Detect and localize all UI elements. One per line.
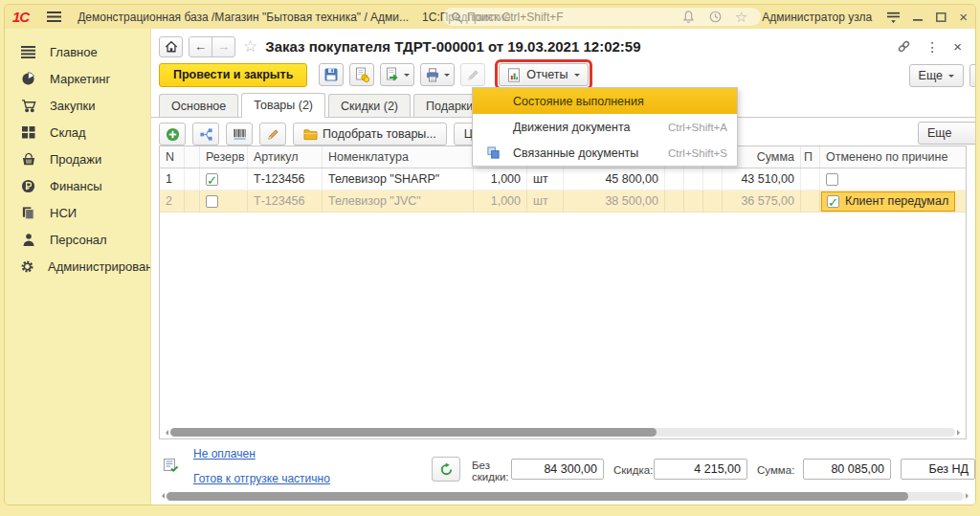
minimize-window-icon[interactable]: [913, 12, 924, 22]
table-empty-area[interactable]: [160, 213, 966, 426]
scroll-left-icon[interactable]: [159, 493, 165, 499]
sidebar-item-nsi[interactable]: НСИ: [5, 199, 150, 226]
printer-icon: [425, 68, 440, 82]
close-window-icon[interactable]: ×: [959, 9, 968, 25]
get-link-icon[interactable]: [897, 39, 911, 54]
form-horizontal-scrollbar[interactable]: [159, 490, 971, 502]
clipped-button-edge: [969, 64, 975, 87]
sidebar-item-purchases[interactable]: Закупки: [5, 92, 150, 119]
menu-item-linked-documents[interactable]: Связанные документы Ctrl+Shift+S: [473, 140, 737, 166]
cell-price: 45 800,00: [564, 168, 665, 190]
discount-field[interactable]: 4 215,00: [654, 459, 747, 480]
scroll-right-icon[interactable]: [966, 493, 971, 499]
table-horizontal-scrollbar[interactable]: [160, 426, 966, 438]
print-button[interactable]: [420, 63, 455, 86]
chevron-down-icon: [574, 74, 580, 79]
table-more-button[interactable]: Еще: [918, 122, 975, 145]
search-placeholder: Поиск Ctrl+Shift+F: [467, 11, 564, 24]
edit-button[interactable]: [460, 63, 485, 86]
shipment-status-link[interactable]: Готов к отгрузке частично: [193, 472, 330, 485]
cell-sum: 43 510,00: [723, 168, 801, 190]
scrollbar-thumb[interactable]: [170, 428, 657, 437]
reports-annotation-highlight: Отчеты: [495, 59, 591, 90]
sidebar-item-finance[interactable]: Финансы: [5, 172, 150, 199]
basket-icon: [20, 152, 36, 167]
ruble-icon: [20, 179, 36, 193]
col-header-p[interactable]: П: [801, 146, 820, 168]
add-row-button[interactable]: [159, 123, 186, 146]
tab-discounts[interactable]: Скидки (2): [328, 94, 411, 117]
sidebar-item-marketing[interactable]: Маркетинг: [5, 65, 150, 92]
scroll-right-icon[interactable]: [957, 430, 963, 436]
tab-main[interactable]: Основное: [159, 94, 238, 117]
col-header-reserve[interactable]: Резерв: [200, 146, 248, 168]
total-field[interactable]: 80 085,00: [803, 459, 891, 480]
linked-documents-icon: [486, 146, 501, 160]
reserve-checkbox[interactable]: [206, 173, 218, 186]
col-header-reason[interactable]: Отменено по причине: [820, 146, 966, 168]
sidebar-item-administration[interactable]: Администрирование: [5, 253, 150, 280]
more-actions-dots-icon[interactable]: ⋮: [925, 39, 939, 55]
vat-field[interactable]: Без НД: [901, 459, 975, 480]
cancelled-checkbox[interactable]: [826, 173, 838, 186]
document-title: Заказ покупателя ТДРТ-000001 от 19.03.20…: [265, 38, 640, 55]
sidebar-item-personnel[interactable]: Персонал: [5, 226, 150, 253]
main-menu-burger-icon[interactable]: [46, 11, 62, 23]
col-header-flag[interactable]: [185, 146, 200, 168]
post-and-close-button[interactable]: Провести и закрыть: [159, 63, 307, 87]
back-button[interactable]: ←: [189, 36, 212, 57]
pencil-icon: [266, 127, 280, 142]
col-header-article[interactable]: Артикул: [248, 146, 323, 168]
close-document-icon[interactable]: ×: [953, 38, 962, 55]
cancelled-checkbox[interactable]: [827, 195, 839, 208]
document-more-button[interactable]: Еще: [909, 64, 964, 87]
reports-button[interactable]: Отчеты: [499, 63, 588, 86]
chevron-down-icon: [948, 75, 954, 80]
barcode-icon: [233, 127, 247, 141]
create-based-on-icon: [385, 67, 400, 82]
settings-menu-icon[interactable]: [886, 11, 901, 24]
menu-lines-icon: [20, 46, 36, 58]
document-window: ← → ☆ Заказ покупателя ТДРТ-000001 от 19…: [150, 29, 975, 505]
no-discount-field[interactable]: 84 300,00: [511, 459, 604, 480]
recalculate-button[interactable]: [432, 457, 460, 482]
col-header-n[interactable]: N: [160, 146, 185, 168]
forward-button[interactable]: →: [212, 36, 235, 57]
add-icon: [166, 127, 180, 142]
home-button[interactable]: [159, 36, 183, 57]
scrollbar-thumb[interactable]: [167, 492, 908, 501]
structure-button[interactable]: [192, 123, 219, 146]
sidebar-item-warehouse[interactable]: Склад: [5, 119, 150, 146]
post-document-icon: [354, 67, 369, 82]
col-header-name[interactable]: Номенклатура: [323, 146, 474, 168]
reserve-checkbox[interactable]: [206, 195, 218, 208]
scroll-left-icon[interactable]: [163, 430, 168, 436]
pencil-icon: [466, 68, 480, 82]
app-title: Демонстрационная база /Магазин "Бытовая …: [78, 11, 409, 24]
favorite-star-icon[interactable]: ☆: [243, 36, 257, 56]
cell-name: Телевизор "JVC": [323, 191, 474, 212]
pick-goods-button[interactable]: Подобрать товары...: [293, 123, 447, 146]
sidebar-item-sales[interactable]: Продажи: [5, 146, 150, 172]
menu-item-execution-state[interactable]: Состояние выполнения: [473, 88, 737, 114]
top-bar: 1С Демонстрационная база /Магазин "Бытов…: [5, 5, 975, 29]
create-based-on-button[interactable]: [380, 63, 414, 86]
folder-icon: [303, 128, 318, 141]
edit-row-button[interactable]: [259, 123, 286, 146]
post-document-button[interactable]: [349, 63, 374, 86]
tab-goods[interactable]: Товары (2): [241, 93, 325, 118]
save-button[interactable]: [319, 63, 344, 86]
selected-cancel-reason-cell[interactable]: Клиент передумал: [821, 191, 955, 212]
table-row-2[interactable]: 2 Т-123456 Телевизор "JVC" 1,000 шт 38 5…: [160, 191, 966, 213]
current-user[interactable]: Администратор узла: [762, 11, 872, 24]
cell-sum: 36 575,00: [723, 191, 801, 212]
search-input[interactable]: Поиск Ctrl+Shift+F: [443, 8, 761, 26]
discount-label: Скидка:: [613, 464, 653, 476]
menu-item-document-movements[interactable]: Движения документа Ctrl+Shift+A: [473, 114, 737, 140]
maximize-window-icon[interactable]: [936, 12, 947, 22]
payment-status-link[interactable]: Не оплачен: [193, 447, 256, 460]
chevron-down-icon: [404, 74, 410, 79]
barcode-scan-button[interactable]: [226, 123, 253, 146]
sidebar-item-main[interactable]: Главное: [5, 38, 150, 65]
table-row-1[interactable]: 1 Т-123456 Телевизор "SHARP" 1,000 шт 45…: [160, 168, 966, 191]
